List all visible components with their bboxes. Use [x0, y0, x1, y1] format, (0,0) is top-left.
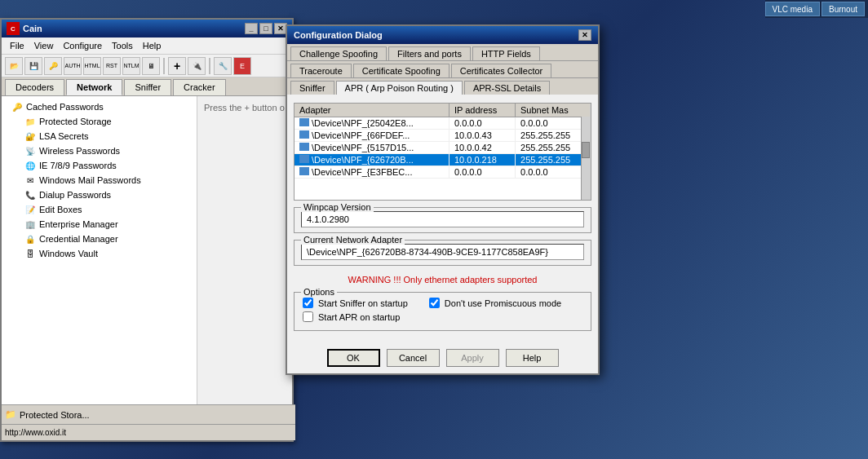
tab-http-fields[interactable]: HTTP Fields: [472, 46, 540, 60]
menu-configure[interactable]: Configure: [58, 39, 107, 52]
maximize-button[interactable]: □: [259, 23, 272, 34]
toolbar-btn-2[interactable]: 💾: [24, 57, 42, 75]
tab-certificates-collector[interactable]: Certificates Collector: [451, 64, 551, 77]
main-content-text: Press the + button o: [204, 103, 285, 113]
current-adapter-value: \Device\NPF_{626720B8-8734-490B-9CE9-117…: [301, 244, 584, 260]
menu-view[interactable]: View: [29, 39, 59, 52]
tab-certificate-spoofing[interactable]: Certificate Spoofing: [353, 64, 450, 77]
tree-item-label-5: Dialup Passwords: [39, 190, 111, 200]
tab-cracker[interactable]: Cracker: [173, 79, 226, 95]
title-left: C Cain: [7, 22, 42, 35]
config-dialog: Configuration Dialog ✕ Challenge Spoofin…: [286, 24, 600, 375]
toolbar-btn-sniffer[interactable]: 🔌: [188, 57, 206, 75]
col-subnet: Subnet Mas: [516, 104, 591, 117]
tree-item-icon-5: 📞: [24, 189, 36, 201]
toolbar-btn-reset[interactable]: RST: [103, 57, 121, 75]
tab-sniffer[interactable]: Sniffer: [124, 79, 171, 95]
tab-decoders[interactable]: Decoders: [5, 79, 64, 95]
checkbox-promiscuous[interactable]: [429, 298, 440, 308]
table-scrollbar[interactable]: [581, 104, 591, 200]
col-adapter: Adapter: [294, 104, 449, 117]
tab-filters-ports[interactable]: Filters and ports: [388, 46, 471, 60]
dialog-buttons: OK Cancel Apply Help: [287, 344, 598, 373]
table-row[interactable]: \Device\NPF_{66FDEF...10.0.0.43255.255.2…: [294, 130, 591, 142]
tree-item-icon-4: ✉: [24, 174, 36, 186]
winpcap-version-value: 4.1.0.2980: [301, 211, 584, 227]
table-row[interactable]: \Device\NPF_{626720B...10.0.0.218255.255…: [294, 154, 591, 166]
tab-challenge-spoofing[interactable]: Challenge Spoofing: [290, 46, 387, 60]
checkbox-start-apr[interactable]: [303, 311, 313, 322]
menu-file[interactable]: File: [5, 39, 29, 52]
tree-root-label: Cached Passwords: [26, 102, 104, 112]
winpcap-group: Winpcap Version 4.1.0.2980: [294, 207, 591, 233]
toolbar-btn-auth[interactable]: AUTH: [64, 57, 82, 75]
toolbar-btn-html[interactable]: HTML: [83, 57, 101, 75]
vlc-media-btn[interactable]: VLC media: [765, 2, 820, 16]
tree-item-label-4: Windows Mail Passwords: [39, 175, 141, 185]
checkbox-row-2: Start APR on startup: [303, 311, 582, 322]
table-row[interactable]: \Device\NPF_{25042E8...0.0.0.00.0.0.0: [294, 117, 591, 130]
dialog-tab-row-2: Traceroute Certificate Spoofing Certific…: [287, 61, 598, 78]
title-controls: _ □ ✕: [245, 23, 287, 34]
tree-item-ie[interactable]: 🌐 IE 7/8/9 Passwords: [2, 158, 197, 173]
tree-item-protected[interactable]: 📁 Protected Storage: [2, 114, 197, 129]
tree-item-wireless[interactable]: 📡 Wireless Passwords: [2, 143, 197, 158]
main-title-bar: C Cain _ □ ✕: [2, 20, 292, 38]
minimize-button[interactable]: _: [245, 23, 258, 34]
tree-item-vault[interactable]: 🗄 Windows Vault: [2, 246, 197, 261]
options-label: Options: [301, 287, 337, 297]
dialog-title-text: Configuration Dialog: [294, 30, 383, 40]
ok-button[interactable]: OK: [327, 349, 380, 367]
tree-root[interactable]: 🔑 Cached Passwords: [2, 99, 197, 114]
tab-apr[interactable]: APR ( Arp Poison Routing ): [336, 81, 463, 95]
ip-cell: 0.0.0.0: [449, 166, 515, 179]
dialog-close-button[interactable]: ✕: [578, 29, 591, 41]
table-row[interactable]: \Device\NPF_{5157D15...10.0.0.42255.255.…: [294, 142, 591, 154]
subnet-cell: 255.255.255: [516, 142, 591, 154]
apply-button[interactable]: Apply: [446, 349, 499, 367]
tree-item-icon-1: 🔐: [24, 130, 36, 142]
tree-item-credential[interactable]: 🔒 Credential Manager: [2, 232, 197, 246]
dialog-network-content: Adapter IP address Subnet Mas \Device\NP…: [287, 96, 598, 344]
burnout-btn[interactable]: Burnout: [822, 2, 865, 16]
tree-item-label-6: Edit Boxes: [39, 205, 82, 214]
checkbox-row-1: Start Sniffer on startup Don't use Promi…: [303, 298, 582, 308]
help-button[interactable]: Help: [506, 349, 559, 367]
tree-item-lsa[interactable]: 🔐 LSA Secrets: [2, 129, 197, 143]
cancel-button[interactable]: Cancel: [387, 349, 440, 367]
tree-item-label-9: Windows Vault: [39, 249, 98, 258]
tab-traceroute[interactable]: Traceroute: [290, 64, 352, 77]
tree-item-editbox[interactable]: 📝 Edit Boxes: [2, 202, 197, 217]
toolbar-btn-1[interactable]: 📂: [5, 57, 23, 75]
options-group: Options Start Sniffer on startup Don't u…: [294, 292, 591, 331]
toolbar-btn-add[interactable]: +: [168, 57, 186, 75]
subnet-cell: 0.0.0.0: [516, 117, 591, 130]
adapter-cell: \Device\NPF_{66FDEF...: [294, 130, 449, 142]
adapter-table-container: Adapter IP address Subnet Mas \Device\NP…: [294, 103, 591, 201]
toolbar-btn-3[interactable]: 🔑: [44, 57, 62, 75]
checkbox-sniffer-label: Start Sniffer on startup: [318, 298, 408, 308]
app-title: Cain: [23, 24, 42, 33]
table-scrollbar-thumb[interactable]: [582, 142, 590, 158]
tree-item-dialup[interactable]: 📞 Dialup Passwords: [2, 188, 197, 202]
app-icon: C: [7, 22, 20, 35]
status-url: http://www.oxid.it: [5, 428, 66, 437]
subnet-cell: 0.0.0.0: [516, 166, 591, 179]
tab-network[interactable]: Network: [66, 79, 122, 95]
checkbox-start-sniffer[interactable]: [303, 298, 313, 308]
toolbar-btn-ntlm[interactable]: NTLM: [122, 57, 140, 75]
toolbar-btn-screen[interactable]: 🖥: [142, 57, 160, 75]
tab-apr-ssl[interactable]: APR-SSL Details: [464, 81, 550, 95]
tree-item-enterprise[interactable]: 🏢 Enterprise Manager: [2, 217, 197, 232]
table-row[interactable]: \Device\NPF_{E3FBEC...0.0.0.00.0.0.0: [294, 166, 591, 179]
menu-tools[interactable]: Tools: [107, 39, 138, 52]
menu-help[interactable]: Help: [138, 39, 166, 52]
tab-sniffer[interactable]: Sniffer: [290, 81, 334, 95]
dialog-tab-row-1: Challenge Spoofing Filters and ports HTT…: [287, 44, 598, 61]
toolbar-btn-extra[interactable]: 🔧: [214, 57, 232, 75]
adapter-icon: [299, 130, 309, 139]
dialog-tab-row-3: Sniffer APR ( Arp Poison Routing ) APR-S…: [287, 78, 598, 96]
tree-root-icon: 🔑: [11, 101, 23, 113]
tree-item-winmail[interactable]: ✉ Windows Mail Passwords: [2, 173, 197, 188]
toolbar-btn-extra2[interactable]: E: [233, 57, 251, 75]
